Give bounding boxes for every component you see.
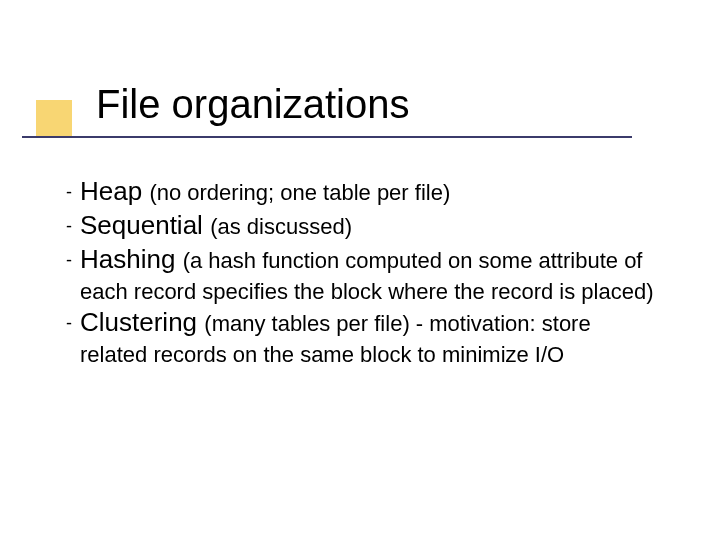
bullet-dash: - bbox=[58, 176, 80, 208]
item-note: no ordering; one table per file bbox=[157, 180, 443, 205]
item-name: Clustering bbox=[80, 307, 197, 337]
paren-open: ( bbox=[183, 248, 190, 273]
bullet-dash: - bbox=[58, 210, 80, 242]
item-body-hashing: Hashing (a hash function computed on som… bbox=[80, 244, 658, 305]
item-body-heap: Heap (no ordering; one table per file) bbox=[80, 176, 450, 207]
item-note: as discussed bbox=[217, 214, 344, 239]
paren-close: ) bbox=[443, 180, 450, 205]
item-name: Heap bbox=[80, 176, 142, 206]
paren-close: ) bbox=[402, 311, 409, 336]
paren-open: ( bbox=[204, 311, 211, 336]
content-area: - Heap (no ordering; one table per file)… bbox=[58, 176, 658, 371]
item-name: Hashing bbox=[80, 244, 175, 274]
list-item: - Hashing (a hash function computed on s… bbox=[58, 244, 658, 305]
list-item: - Clustering (many tables per file) - mo… bbox=[58, 307, 658, 368]
paren-open: ( bbox=[149, 180, 156, 205]
item-note: many tables per file bbox=[212, 311, 403, 336]
title-accent-square bbox=[36, 100, 72, 136]
bullet-dash: - bbox=[58, 244, 80, 276]
item-body-clustering: Clustering (many tables per file) - moti… bbox=[80, 307, 658, 368]
item-dash: - bbox=[410, 311, 430, 336]
list-item: - Sequential (as discussed) bbox=[58, 210, 658, 242]
list-item: - Heap (no ordering; one table per file) bbox=[58, 176, 658, 208]
paren-close: ) bbox=[345, 214, 352, 239]
slide-title: File organizations bbox=[96, 82, 410, 126]
paren-close: ) bbox=[646, 279, 653, 304]
title-area: File organizations bbox=[96, 82, 410, 126]
item-body-sequential: Sequential (as discussed) bbox=[80, 210, 352, 241]
item-name: Sequential bbox=[80, 210, 203, 240]
bullet-dash: - bbox=[58, 307, 80, 339]
title-underline bbox=[22, 136, 632, 138]
